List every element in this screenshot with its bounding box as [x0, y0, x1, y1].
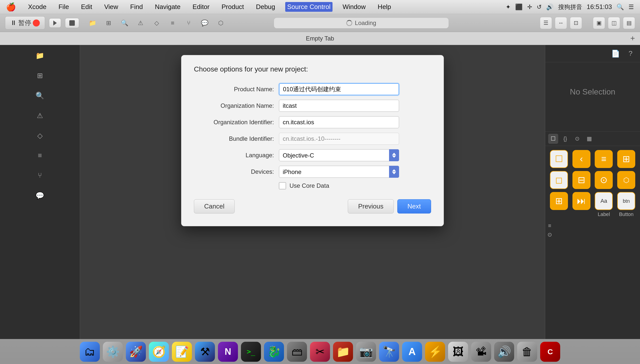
editor-standard-icon[interactable]: ☰ [540, 17, 552, 29]
lib-item-view-controller[interactable]: ☐ [549, 150, 569, 168]
list-view-icon[interactable]: ≡ [545, 221, 554, 230]
warning-icon[interactable]: ⚠ [135, 18, 146, 28]
navigate-menu[interactable]: Navigate [153, 2, 183, 12]
core-data-checkbox[interactable] [279, 182, 286, 189]
lib-item-media-player[interactable]: ⏭ [572, 192, 591, 217]
source-control-menu[interactable]: Source Control [285, 2, 333, 12]
editor-menu[interactable]: Editor [191, 2, 212, 12]
comment-icon[interactable]: 💬 [199, 18, 210, 28]
dock-trash[interactable]: 🗑 [517, 342, 537, 362]
navigator-toggle-icon[interactable]: ▣ [593, 17, 605, 29]
dock-photo[interactable]: 📷 [356, 342, 376, 362]
cancel-button[interactable]: Cancel [194, 199, 235, 214]
language-select[interactable]: Objective-C Swift [279, 149, 399, 161]
product-name-input[interactable] [279, 83, 399, 95]
product-menu[interactable]: Product [219, 2, 246, 12]
debug-toggle-icon[interactable]: ◫ [608, 17, 620, 29]
lib-item-collection[interactable]: ⊞ [616, 150, 636, 168]
filter-icon[interactable]: ⊙ [545, 230, 554, 239]
lib-item-3d[interactable]: ⬡ [616, 171, 636, 189]
navigator-breakpoint-icon[interactable]: ⑂ [34, 169, 47, 182]
run-button[interactable] [49, 18, 61, 28]
breakpoint-icon[interactable]: ◇ [151, 18, 162, 28]
dock-onenote[interactable]: N [218, 342, 238, 362]
dock-instruments[interactable]: ⚡ [425, 342, 445, 362]
xcode-menu[interactable]: Xcode [26, 2, 49, 12]
dock-csdn[interactable]: C [540, 342, 560, 362]
input-method-text[interactable]: 搜狗拼音 [558, 3, 582, 11]
new-project-dialog: Choose options for your new project: Pro… [181, 55, 444, 226]
dock-toolbox[interactable]: 🗃 [287, 342, 307, 362]
folder-icon[interactable]: 📁 [87, 18, 98, 28]
next-button[interactable]: Next [397, 199, 431, 214]
lib-tab-media[interactable]: ⊙ [572, 134, 582, 144]
editor-assistant-icon[interactable]: ↔ [555, 17, 567, 29]
stop-button[interactable] [65, 18, 79, 28]
dock-safari[interactable]: 🧭 [149, 342, 169, 362]
navigator-debug-icon[interactable]: ≡ [34, 149, 47, 162]
find-menu[interactable]: Find [128, 2, 145, 12]
lib-tab-color[interactable]: ▦ [584, 134, 594, 144]
edit-menu[interactable]: Edit [79, 2, 94, 12]
org-id-input[interactable] [279, 116, 399, 128]
lib-item-grid[interactable]: ⊞ [549, 192, 569, 217]
dock-xcode[interactable]: ⚒ [195, 342, 215, 362]
dock-appstore[interactable]: A [402, 342, 422, 362]
navigator-issue-icon[interactable]: ⚠ [34, 109, 47, 122]
dock-launchpad[interactable]: 🚀 [126, 342, 146, 362]
lib-tab-code[interactable]: {} [560, 134, 570, 144]
window-menu[interactable]: Window [341, 2, 368, 12]
search-icon[interactable]: 🔍 [119, 18, 130, 28]
list-icon[interactable]: ≡ [167, 18, 178, 28]
help-menu[interactable]: Help [376, 2, 393, 12]
apple-logo-icon[interactable]: 🍎 [6, 2, 16, 12]
right-toolbar: ☰ ↔ ⊡ ▣ ◫ ▤ [540, 17, 635, 29]
time-machine-icon: ↺ [537, 4, 542, 10]
dock-filezilla[interactable]: 📁 [333, 342, 353, 362]
dock-foto[interactable]: ✂ [310, 342, 330, 362]
breakpoints-icon[interactable]: ⬡ [215, 18, 226, 28]
editor-version-icon[interactable]: ⊡ [570, 17, 582, 29]
scheme-tools: 📁 ⊞ 🔍 ⚠ ◇ ≡ ⑂ 💬 ⬡ [87, 18, 226, 28]
debug-menu[interactable]: Debug [254, 2, 277, 12]
pause-button[interactable]: ⏸ 暂停 [5, 16, 45, 30]
lib-label-item[interactable]: Aa Label [594, 192, 614, 217]
language-select-arrow[interactable] [389, 149, 399, 161]
devices-select-arrow[interactable] [389, 166, 399, 178]
navigator-test-icon[interactable]: ◇ [34, 129, 47, 142]
dock-screenium[interactable]: 🔭 [379, 342, 399, 362]
lib-item-scroll[interactable]: ⊙ [594, 171, 614, 189]
previous-button[interactable]: Previous [348, 199, 394, 214]
notification-icon[interactable]: ☰ [628, 4, 634, 10]
lib-item-scene[interactable]: ◻ [549, 171, 569, 189]
view-menu[interactable]: View [102, 2, 120, 12]
branch-icon[interactable]: ⑂ [183, 18, 194, 28]
dock-finder[interactable]: 🗂 [80, 342, 100, 362]
dock-photos[interactable]: 🖼 [448, 342, 468, 362]
dock-screencast[interactable]: 📽 [471, 342, 491, 362]
navigator-search-icon[interactable]: 🔍 [34, 89, 47, 102]
dock-dragon[interactable]: 🐉 [264, 342, 284, 362]
devices-select[interactable]: iPhone iPad Universal [279, 166, 399, 178]
quick-help-icon[interactable]: ? [625, 48, 636, 59]
lib-item-split[interactable]: ⊟ [572, 171, 591, 189]
navigator-symbol-icon[interactable]: ⊞ [34, 69, 47, 82]
org-name-input[interactable] [279, 100, 399, 112]
dock-siri[interactable]: 🔊 [494, 342, 514, 362]
dock-terminal[interactable]: >_ [241, 342, 261, 362]
no-selection-text: No Selection [545, 82, 640, 102]
file-menu[interactable]: File [57, 2, 71, 12]
lib-button-item[interactable]: btn Button [616, 192, 636, 217]
dock-sysprefs[interactable]: ⚙️ [103, 342, 123, 362]
lib-item-back[interactable]: ‹ [572, 150, 591, 168]
navigator-folder-icon[interactable]: 📁 [34, 49, 47, 62]
dock-notes[interactable]: 📝 [172, 342, 192, 362]
lib-tab-components[interactable]: ☐ [548, 134, 558, 144]
lib-item-table[interactable]: ≡ [594, 150, 614, 168]
navigator-report-icon[interactable]: 💬 [34, 189, 47, 202]
add-tab-button[interactable]: + [630, 34, 635, 43]
search-icon[interactable]: 🔍 [616, 4, 624, 10]
hierarchy-icon[interactable]: ⊞ [103, 18, 114, 28]
utilities-toggle-icon[interactable]: ▤ [623, 17, 635, 29]
file-inspector-icon[interactable]: 📄 [610, 48, 621, 59]
